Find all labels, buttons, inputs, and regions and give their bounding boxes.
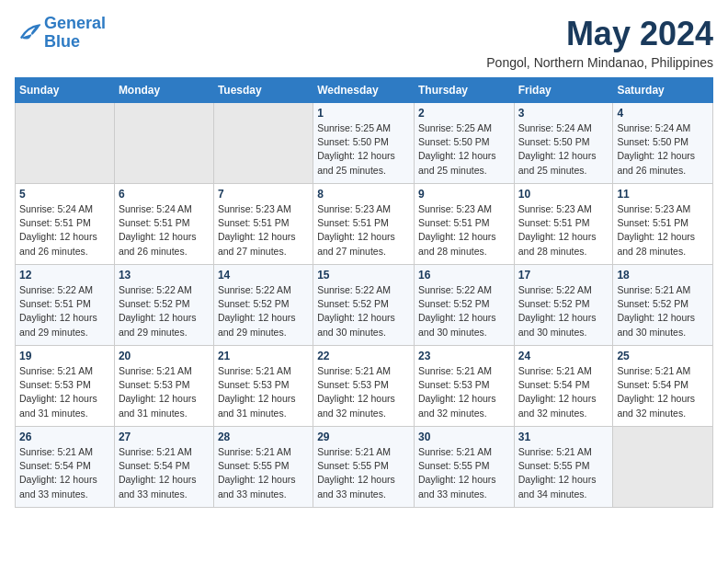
day-info: Sunrise: 5:23 AMSunset: 5:51 PMDaylight:… <box>218 202 309 259</box>
day-info: Sunrise: 5:24 AMSunset: 5:51 PMDaylight:… <box>119 202 210 259</box>
day-header-wednesday: Wednesday <box>313 78 415 103</box>
calendar-cell: 13Sunrise: 5:22 AMSunset: 5:52 PMDayligh… <box>114 265 213 346</box>
calendar-week-3: 12Sunrise: 5:22 AMSunset: 5:51 PMDayligh… <box>16 265 713 346</box>
calendar-cell: 9Sunrise: 5:23 AMSunset: 5:51 PMDaylight… <box>414 184 514 265</box>
day-info: Sunrise: 5:22 AMSunset: 5:52 PMDaylight:… <box>119 283 210 339</box>
day-number: 18 <box>617 269 709 282</box>
day-number: 22 <box>317 350 410 362</box>
day-number: 29 <box>317 431 410 443</box>
calendar-cell: 31Sunrise: 5:21 AMSunset: 5:55 PMDayligh… <box>514 427 613 508</box>
calendar-cell: 24Sunrise: 5:21 AMSunset: 5:54 PMDayligh… <box>514 346 613 427</box>
calendar-cell: 29Sunrise: 5:21 AMSunset: 5:55 PMDayligh… <box>313 427 415 508</box>
day-number: 30 <box>418 431 510 443</box>
day-number: 21 <box>218 350 309 362</box>
title-block: May 2024 Pongol, Northern Mindanao, Phil… <box>486 15 713 70</box>
day-number: 6 <box>119 188 210 201</box>
calendar-cell <box>16 103 115 184</box>
day-info: Sunrise: 5:22 AMSunset: 5:51 PMDaylight:… <box>19 283 110 339</box>
calendar-cell: 12Sunrise: 5:22 AMSunset: 5:51 PMDayligh… <box>16 265 115 346</box>
day-number: 25 <box>617 350 709 362</box>
day-info: Sunrise: 5:22 AMSunset: 5:52 PMDaylight:… <box>218 283 309 339</box>
calendar-cell: 4Sunrise: 5:24 AMSunset: 5:50 PMDaylight… <box>613 103 713 184</box>
day-info: Sunrise: 5:21 AMSunset: 5:54 PMDaylight:… <box>119 445 210 501</box>
calendar-cell: 2Sunrise: 5:25 AMSunset: 5:50 PMDaylight… <box>414 103 514 184</box>
calendar-week-2: 5Sunrise: 5:24 AMSunset: 5:51 PMDaylight… <box>16 184 713 265</box>
calendar-cell: 11Sunrise: 5:23 AMSunset: 5:51 PMDayligh… <box>613 184 713 265</box>
calendar-cell: 19Sunrise: 5:21 AMSunset: 5:53 PMDayligh… <box>16 346 115 427</box>
calendar-cell: 10Sunrise: 5:23 AMSunset: 5:51 PMDayligh… <box>514 184 613 265</box>
day-number: 5 <box>19 188 110 201</box>
calendar-cell: 3Sunrise: 5:24 AMSunset: 5:50 PMDaylight… <box>514 103 613 184</box>
day-info: Sunrise: 5:22 AMSunset: 5:52 PMDaylight:… <box>418 283 510 339</box>
calendar-cell: 1Sunrise: 5:25 AMSunset: 5:50 PMDaylight… <box>313 103 415 184</box>
calendar-cell: 27Sunrise: 5:21 AMSunset: 5:54 PMDayligh… <box>114 427 213 508</box>
day-info: Sunrise: 5:23 AMSunset: 5:51 PMDaylight:… <box>317 202 410 259</box>
day-header-saturday: Saturday <box>613 78 713 103</box>
calendar-cell: 14Sunrise: 5:22 AMSunset: 5:52 PMDayligh… <box>213 265 313 346</box>
location: Pongol, Northern Mindanao, Philippines <box>486 55 713 70</box>
calendar-week-4: 19Sunrise: 5:21 AMSunset: 5:53 PMDayligh… <box>16 346 713 427</box>
calendar-cell: 18Sunrise: 5:21 AMSunset: 5:52 PMDayligh… <box>613 265 713 346</box>
day-info: Sunrise: 5:23 AMSunset: 5:51 PMDaylight:… <box>617 202 709 259</box>
day-number: 9 <box>418 188 510 201</box>
day-info: Sunrise: 5:23 AMSunset: 5:51 PMDaylight:… <box>518 202 609 259</box>
calendar-cell: 25Sunrise: 5:21 AMSunset: 5:54 PMDayligh… <box>613 346 713 427</box>
day-info: Sunrise: 5:21 AMSunset: 5:54 PMDaylight:… <box>617 364 709 420</box>
calendar-cell: 15Sunrise: 5:22 AMSunset: 5:52 PMDayligh… <box>313 265 415 346</box>
calendar-cell <box>613 427 713 508</box>
calendar-cell: 16Sunrise: 5:22 AMSunset: 5:52 PMDayligh… <box>414 265 514 346</box>
day-info: Sunrise: 5:25 AMSunset: 5:50 PMDaylight:… <box>317 121 410 178</box>
day-info: Sunrise: 5:21 AMSunset: 5:53 PMDaylight:… <box>218 364 309 420</box>
day-info: Sunrise: 5:21 AMSunset: 5:54 PMDaylight:… <box>19 445 110 501</box>
calendar-table: SundayMondayTuesdayWednesdayThursdayFrid… <box>15 77 713 508</box>
calendar-cell: 23Sunrise: 5:21 AMSunset: 5:53 PMDayligh… <box>414 346 514 427</box>
calendar-cell: 26Sunrise: 5:21 AMSunset: 5:54 PMDayligh… <box>16 427 115 508</box>
day-number: 10 <box>518 188 609 201</box>
day-number: 26 <box>19 431 110 443</box>
day-info: Sunrise: 5:22 AMSunset: 5:52 PMDaylight:… <box>518 283 609 339</box>
day-info: Sunrise: 5:21 AMSunset: 5:53 PMDaylight:… <box>418 364 510 420</box>
day-header-friday: Friday <box>514 78 613 103</box>
logo: General Blue <box>15 15 106 52</box>
day-info: Sunrise: 5:21 AMSunset: 5:54 PMDaylight:… <box>518 364 609 420</box>
day-info: Sunrise: 5:24 AMSunset: 5:51 PMDaylight:… <box>19 202 110 259</box>
calendar-cell <box>114 103 213 184</box>
calendar-cell: 17Sunrise: 5:22 AMSunset: 5:52 PMDayligh… <box>514 265 613 346</box>
day-info: Sunrise: 5:21 AMSunset: 5:53 PMDaylight:… <box>19 364 110 420</box>
day-number: 12 <box>19 269 110 282</box>
day-number: 3 <box>518 107 609 120</box>
day-info: Sunrise: 5:24 AMSunset: 5:50 PMDaylight:… <box>617 121 709 178</box>
day-number: 28 <box>218 431 309 443</box>
calendar-week-1: 1Sunrise: 5:25 AMSunset: 5:50 PMDaylight… <box>16 103 713 184</box>
day-header-tuesday: Tuesday <box>213 78 313 103</box>
day-info: Sunrise: 5:21 AMSunset: 5:55 PMDaylight:… <box>518 445 609 501</box>
day-info: Sunrise: 5:21 AMSunset: 5:55 PMDaylight:… <box>317 445 410 501</box>
page-header: General Blue May 2024 Pongol, Northern M… <box>15 15 713 70</box>
calendar-week-5: 26Sunrise: 5:21 AMSunset: 5:54 PMDayligh… <box>16 427 713 508</box>
day-info: Sunrise: 5:25 AMSunset: 5:50 PMDaylight:… <box>418 121 510 178</box>
day-number: 1 <box>317 107 410 120</box>
day-number: 7 <box>218 188 309 201</box>
calendar-cell: 6Sunrise: 5:24 AMSunset: 5:51 PMDaylight… <box>114 184 213 265</box>
calendar-cell: 20Sunrise: 5:21 AMSunset: 5:53 PMDayligh… <box>114 346 213 427</box>
day-number: 4 <box>617 107 709 120</box>
day-header-sunday: Sunday <box>16 78 115 103</box>
day-number: 20 <box>119 350 210 362</box>
calendar-cell: 5Sunrise: 5:24 AMSunset: 5:51 PMDaylight… <box>16 184 115 265</box>
calendar-cell: 21Sunrise: 5:21 AMSunset: 5:53 PMDayligh… <box>213 346 313 427</box>
day-number: 17 <box>518 269 609 282</box>
day-info: Sunrise: 5:21 AMSunset: 5:53 PMDaylight:… <box>317 364 410 420</box>
calendar-cell: 8Sunrise: 5:23 AMSunset: 5:51 PMDaylight… <box>313 184 415 265</box>
calendar-cell: 28Sunrise: 5:21 AMSunset: 5:55 PMDayligh… <box>213 427 313 508</box>
logo-text: General Blue <box>44 15 106 52</box>
day-info: Sunrise: 5:21 AMSunset: 5:52 PMDaylight:… <box>617 283 709 339</box>
day-info: Sunrise: 5:21 AMSunset: 5:53 PMDaylight:… <box>119 364 210 420</box>
day-number: 11 <box>617 188 709 201</box>
day-number: 15 <box>317 269 410 282</box>
days-header-row: SundayMondayTuesdayWednesdayThursdayFrid… <box>16 78 713 103</box>
calendar-cell: 30Sunrise: 5:21 AMSunset: 5:55 PMDayligh… <box>414 427 514 508</box>
day-number: 2 <box>418 107 510 120</box>
month-title: May 2024 <box>486 15 713 53</box>
day-number: 31 <box>518 431 609 443</box>
day-number: 24 <box>518 350 609 362</box>
